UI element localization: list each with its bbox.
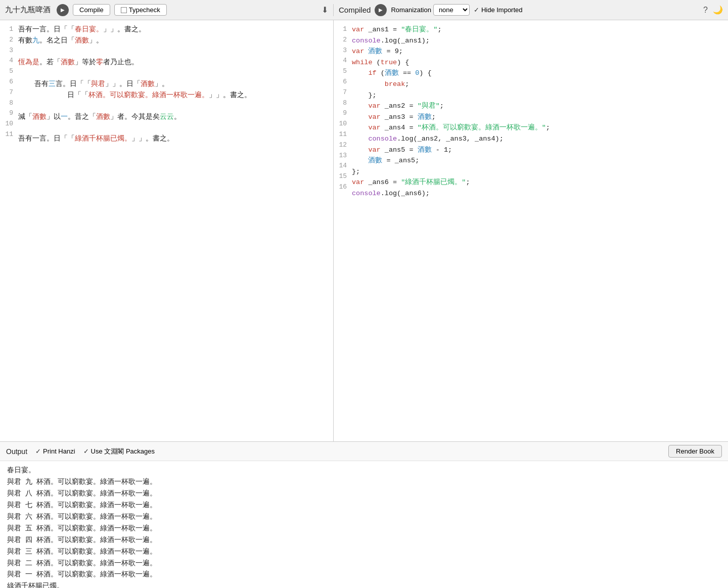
compiled-line-9: var _ans3 = 酒數; bbox=[352, 112, 723, 123]
output-line: 與君 五 杯酒。可以窮歡宴。綠酒一杯歌一遍。 bbox=[7, 523, 721, 535]
editor-line-8 bbox=[18, 101, 328, 112]
compiled-line-15: var _ans6 = "綠酒千杯腸已燭。"; bbox=[352, 177, 723, 188]
compiled-line-numbers: 12345 678910 111213141516 bbox=[334, 24, 352, 199]
render-book-button[interactable]: Render Book bbox=[668, 445, 722, 458]
print-hanzi-option: ✓ Print Hanzi bbox=[35, 447, 75, 455]
output-line: 與君 八 杯酒。可以窮歡宴。綠酒一杯歌一遍。 bbox=[7, 488, 721, 500]
editor-line-2: 有數九。名之日「酒數」。 bbox=[18, 35, 328, 47]
editor-line-6: 吾有三言。日「「與君」」。日「酒數」。 bbox=[18, 79, 328, 90]
output-line: 與君 七 杯酒。可以窮歡宴。綠酒一杯歌一遍。 bbox=[7, 500, 721, 512]
output-line: 春日宴。 bbox=[7, 465, 721, 477]
editor-lines: 吾有一言。日「「春日宴。」」。書之。 有數九。名之日「酒數」。 恆為是。若「酒數… bbox=[18, 24, 333, 145]
compiled-line-14: }; bbox=[352, 166, 723, 177]
editor-line-11: 吾有一言。日「「綠酒千杯腸已燭。」」。書之。 bbox=[18, 133, 328, 145]
editor-line-7: 日「「杯酒。可以窮歡宴。綠酒一杯歌一遍。」」。書之。 bbox=[18, 90, 328, 101]
toolbar-icons: ? 🌙 bbox=[703, 5, 723, 15]
output-content: 春日宴。與君 九 杯酒。可以窮歡宴。綠酒一杯歌一遍。與君 八 杯酒。可以窮歡宴。… bbox=[0, 461, 728, 588]
compile-button[interactable]: Compile bbox=[73, 4, 110, 16]
output-line: 與君 九 杯酒。可以窮歡宴。綠酒一杯歌一遍。 bbox=[7, 477, 721, 488]
output-line: 與君 一 杯酒。可以窮歡宴。綠酒一杯歌一遍。 bbox=[7, 569, 721, 581]
typecheck-button[interactable]: Typecheck bbox=[114, 4, 167, 16]
compiled-line-8: var _ans2 = "與君"; bbox=[352, 101, 723, 112]
editor-pane[interactable]: 12345 67891011 吾有一言。日「「春日宴。」」。書之。 有數九。名之… bbox=[0, 20, 334, 441]
compiled-line-4: while (true) { bbox=[352, 57, 723, 68]
romanization-select[interactable]: none pinyin zhuyin bbox=[433, 4, 470, 16]
editor-line-3 bbox=[18, 46, 328, 57]
editor-code: 12345 67891011 吾有一言。日「「春日宴。」」。書之。 有數九。名之… bbox=[0, 20, 333, 149]
compiled-line-12: var _ans5 = 酒數 - 1; bbox=[352, 145, 723, 156]
compiled-lines: var _ans1 = "春日宴。"; console.log(_ans1); … bbox=[352, 24, 728, 199]
main-area: 12345 67891011 吾有一言。日「「春日宴。」」。書之。 有數九。名之… bbox=[0, 20, 728, 441]
app-title: 九十九瓶啤酒 bbox=[5, 5, 51, 15]
compiled-line-10: var _ans4 = "杯酒。可以窮歡宴。綠酒一杯歌一遍。"; bbox=[352, 122, 723, 133]
compiled-line-6: break; bbox=[352, 79, 723, 90]
romanization-control: Romanization none pinyin zhuyin bbox=[391, 4, 470, 16]
compiled-line-2: console.log(_ans1); bbox=[352, 35, 723, 47]
hide-imported-control: ✓ Hide Imported bbox=[474, 6, 523, 14]
main-toolbar: 九十九瓶啤酒 ▶ Compile Typecheck ⬇ Compiled ▶ … bbox=[0, 0, 728, 20]
run-button[interactable]: ▶ bbox=[57, 4, 69, 16]
compiled-line-5: if (酒數 == 0) { bbox=[352, 68, 723, 79]
download-button[interactable]: ⬇ bbox=[322, 5, 328, 15]
output-label: Output bbox=[6, 447, 27, 456]
compiled-line-11: console.log(_ans2, _ans3, _ans4); bbox=[352, 133, 723, 145]
editor-line-9: 減「酒數」以一。昔之「酒數」者。今其是矣云云。 bbox=[18, 112, 328, 123]
compiled-line-16: console.log(_ans6); bbox=[352, 188, 723, 199]
compiled-title: Compiled bbox=[339, 6, 371, 14]
editor-line-5 bbox=[18, 68, 328, 79]
dark-mode-button[interactable]: 🌙 bbox=[713, 5, 723, 15]
compiled-line-7: }; bbox=[352, 90, 723, 101]
editor-toolbar: 九十九瓶啤酒 ▶ Compile Typecheck ⬇ bbox=[0, 4, 334, 16]
output-line: 與君 四 杯酒。可以窮歡宴。綠酒一杯歌一遍。 bbox=[7, 535, 721, 547]
output-toolbar: Output ✓ Print Hanzi ✓ Use 文淵閣 Packages … bbox=[0, 442, 728, 461]
editor-line-numbers: 12345 67891011 bbox=[0, 24, 18, 145]
compiled-line-13: 酒數 = _ans5; bbox=[352, 155, 723, 166]
output-line: 與君 二 杯酒。可以窮歡宴。綠酒一杯歌一遍。 bbox=[7, 558, 721, 570]
help-button[interactable]: ? bbox=[703, 6, 708, 15]
editor-line-1: 吾有一言。日「「春日宴。」」。書之。 bbox=[18, 24, 328, 35]
output-line: 與君 六 杯酒。可以窮歡宴。綠酒一杯歌一遍。 bbox=[7, 512, 721, 523]
output-line: 與君 三 杯酒。可以窮歡宴。綠酒一杯歌一遍。 bbox=[7, 547, 721, 558]
compiled-toolbar: Compiled ▶ Romanization none pinyin zhuy… bbox=[334, 4, 728, 16]
use-packages-option: ✓ Use 文淵閣 Packages bbox=[83, 447, 155, 456]
output-area: Output ✓ Print Hanzi ✓ Use 文淵閣 Packages … bbox=[0, 441, 728, 588]
run-compiled-button[interactable]: ▶ bbox=[375, 4, 387, 16]
compiled-line-3: var 酒數 = 9; bbox=[352, 46, 723, 57]
editor-line-4: 恆為是。若「酒數」等於零者乃止也。 bbox=[18, 57, 328, 68]
typecheck-checkbox bbox=[121, 7, 127, 13]
editor-line-10 bbox=[18, 122, 328, 133]
compiled-pane[interactable]: 12345 678910 111213141516 var _ans1 = "春… bbox=[334, 20, 728, 441]
compiled-code: 12345 678910 111213141516 var _ans1 = "春… bbox=[334, 20, 728, 203]
compiled-line-1: var _ans1 = "春日宴。"; bbox=[352, 24, 723, 35]
output-line: 綠酒千杯腸已燭。 bbox=[7, 581, 721, 588]
